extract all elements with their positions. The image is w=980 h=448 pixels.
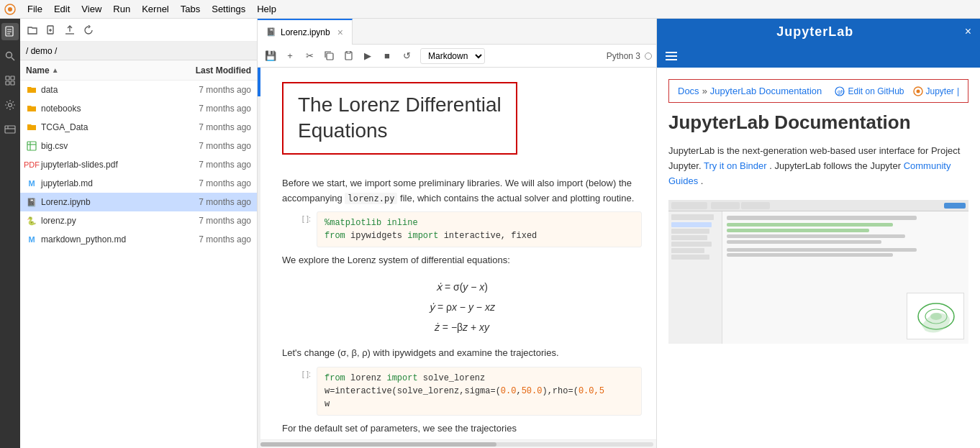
trajectories-text: Let's change (σ, β, ρ) with ipywidgets a… [282,346,642,361]
cell-trajectories: Let's change (σ, β, ρ) with ipywidgets a… [282,346,642,361]
svg-rect-9 [11,76,14,80]
code-content-1[interactable]: %matplotlib inline from ipywidgets impor… [317,211,642,247]
menu-bar: File Edit View Run Kernel Tabs Settings … [0,0,980,19]
file-modified: 7 months ago [150,178,251,188]
file-item[interactable]: notebooks 7 months ago [20,99,257,118]
menu-help[interactable]: Help [251,2,282,16]
code-magic: %matplotlib inline [325,218,418,228]
cell-title: The Lorenz DifferentialEquations [282,75,642,170]
file-list: data 7 months ago notebooks 7 months ago… [20,81,257,448]
tab-close-btn[interactable]: × [337,27,343,38]
activity-settings-icon[interactable] [1,96,19,114]
file-type-icon: M [26,178,37,189]
file-item[interactable]: TCGA_Data 7 months ago [20,118,257,137]
file-modified: 7 months ago [150,122,251,132]
add-cell-btn[interactable]: + [281,47,299,65]
notebook-tab-icon: 📓 [266,27,276,37]
code-cell-input-1: [ ]: %matplotlib inline from ipywidgets … [282,211,642,247]
file-modified: 7 months ago [150,216,251,226]
file-type-icon: 📓 [26,196,37,208]
file-modified: 7 months ago [150,234,251,244]
jupyter-home-link[interactable]: Jupyter | [913,86,959,96]
jupyterlab-logo: JupyterLab [666,24,965,40]
edit-on-github-link[interactable]: gh Edit on GitHub [835,86,904,96]
docs-link[interactable]: Docs [678,86,699,96]
stop-btn[interactable]: ■ [378,47,396,65]
intro-text: Before we start, we import some prelimin… [282,176,642,206]
add-file-btn[interactable] [43,22,59,38]
menu-kernel[interactable]: Kernel [136,2,175,16]
code-args-1: interactive, fixed [444,231,537,241]
try-binder-link[interactable]: Try it on Binder [704,160,767,171]
paste-btn[interactable] [340,47,357,65]
kernel-indicator: Python 3 [607,51,652,61]
cut-btn[interactable]: ✂ [301,47,318,65]
notebook-content[interactable]: The Lorenz DifferentialEquations Before … [258,68,656,439]
editor-area: 📓 Lorenz.ipynb × 💾 + ✂ [258,19,656,448]
file-type-icon: 🐍 [26,215,37,227]
eq-1: ẋ = σ(y − x) [282,277,642,297]
file-item[interactable]: PDF jupyterlab-slides.pdf 7 months ago [20,155,257,174]
right-panel: JupyterLab × Docs » JupyterLab Documenta… [656,19,980,448]
menu-view[interactable]: View [76,2,107,16]
file-item[interactable]: 🐍 lorenz.py 7 months ago [20,211,257,230]
menu-tabs[interactable]: Tabs [175,2,206,16]
file-item[interactable]: M markdown_python.md 7 months ago [20,230,257,249]
file-item[interactable]: big.csv 7 months ago [20,137,257,155]
file-name: TCGA_Data [41,122,150,132]
save-btn[interactable]: 💾 [262,47,279,65]
column-name[interactable]: Name ▲ [26,65,150,76]
file-modified: 7 months ago [150,141,251,151]
code-comma: , [516,386,521,396]
cell-type-select[interactable]: Markdown Code Raw [420,48,485,64]
activity-tabs-icon[interactable] [1,121,19,138]
hamburger-menu-btn[interactable] [663,49,680,63]
breadcrumb-sep: » [702,86,707,96]
file-item[interactable]: 📓 Lorenz.ipynb 7 months ago [20,193,257,211]
notebook-tab[interactable]: 📓 Lorenz.ipynb × [258,19,353,45]
file-name: Lorenz.ipynb [41,197,150,207]
menu-edit[interactable]: Edit [48,2,76,16]
file-type-icon [26,84,37,96]
cell-intro: Before we start, we import some prelimin… [282,176,642,206]
upload-btn[interactable] [62,22,78,38]
markdown-title-cell: The Lorenz DifferentialEquations [282,75,642,170]
svg-rect-13 [5,126,15,133]
activity-bar [0,19,20,448]
svg-rect-8 [6,76,9,80]
tab-bar: 📓 Lorenz.ipynb × [258,19,656,45]
menu-run[interactable]: Run [107,2,136,16]
notebook-cells: The Lorenz DifferentialEquations Before … [282,75,642,436]
file-item[interactable]: M jupyterlab.md 7 months ago [20,174,257,193]
run-btn[interactable]: ▶ [359,47,376,65]
doc-desc-2: . JupyterLab follows the Jupyter [769,160,901,171]
file-type-icon: M [26,234,37,245]
docs-breadcrumb: Docs » JupyterLab Documentation gh Edit … [668,79,968,103]
default-params-text: For the default set of parameters, we se… [282,421,642,436]
column-modified[interactable]: Last Modified [150,65,251,76]
file-modified: 7 months ago [150,104,251,114]
copy-btn[interactable] [320,47,337,65]
restart-btn[interactable]: ↺ [398,47,415,65]
cell-explore: We explore the Lorenz system of differen… [282,253,642,268]
menu-file[interactable]: File [22,2,48,16]
refresh-btn[interactable] [81,22,96,38]
math-equations: ẋ = σ(y − x) ẏ = ρx − y − xz ż = −βz + x… [282,277,642,337]
cell-label-2: [ ]: [282,367,311,416]
eq-3: ż = −βz + xy [282,317,642,337]
cell-default-params: For the default set of parameters, we se… [282,421,642,436]
activity-files-icon[interactable] [1,23,19,40]
file-item[interactable]: data 7 months ago [20,81,257,99]
code-func-2: solve_lorenz [423,373,485,383]
new-folder-btn[interactable] [24,22,40,38]
file-name: data [41,85,150,95]
code-content-2[interactable]: from lorenz import solve_lorenz w=intera… [317,367,642,416]
code-50: 50.0 [522,386,543,396]
activity-search-icon[interactable] [1,47,19,65]
preview-screenshot [668,200,968,344]
horizontal-scrollbar[interactable] [258,439,656,448]
right-panel-close-btn[interactable]: × [965,25,971,38]
activity-extensions-icon[interactable] [1,72,19,89]
menu-settings[interactable]: Settings [206,2,251,16]
file-name: markdown_python.md [41,234,150,244]
